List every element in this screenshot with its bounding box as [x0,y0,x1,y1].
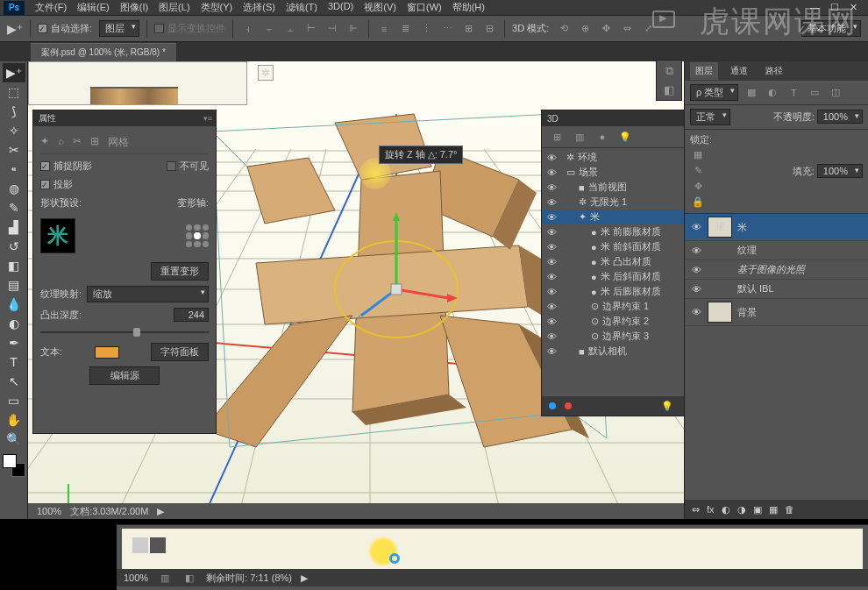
shape-preset-dropdown[interactable]: 米 [40,218,75,253]
layer-mask-icon[interactable]: ◐ [722,504,730,515]
brush-tool[interactable]: ✎ [3,198,25,217]
visibility-eye-icon[interactable]: 👁 [547,346,559,357]
filter-smart-icon[interactable]: ◫ [828,85,843,101]
distr-4-icon[interactable]: ⋯ [439,21,455,37]
group-icon[interactable]: ▣ [753,504,762,515]
visibility-eye-icon[interactable]: 👁 [547,257,559,267]
eraser-tool[interactable]: ◧ [3,256,25,275]
filter-pixel-icon[interactable]: ▩ [743,85,759,101]
distr-3-icon[interactable]: ⋮ [418,21,434,37]
distr-5-icon[interactable]: ⊞ [460,21,476,37]
extrude-depth-slider[interactable] [40,327,209,338]
wand-tool[interactable]: ✧ [3,121,25,140]
menu-type[interactable]: 类型(Y) [197,0,237,16]
visibility-eye-icon[interactable]: 👁 [547,272,559,282]
cap-tab-icon[interactable]: ✂ [73,135,82,150]
align-bottom-icon[interactable]: ⫠ [282,21,298,37]
3d-tree-row[interactable]: 👁■默认相机 [542,344,684,359]
auto-select-checkbox[interactable]: 自动选择: [38,22,92,35]
zoom-tool[interactable]: 🔍 [3,430,25,449]
menu-window[interactable]: 窗口(W) [403,0,445,16]
3d-tree-row[interactable]: 👁●米 凸出材质 [542,254,684,269]
3d-tree-row[interactable]: 👁⊙边界约束 1 [542,299,684,314]
color-swatches[interactable] [3,454,25,477]
texture-map-dropdown[interactable]: 缩放 [87,286,209,302]
3d-tree-row[interactable]: 👁■当前视图 [542,180,684,195]
filter-all-icon[interactable]: ⊞ [549,129,565,145]
canvas-area[interactable]: ✲ 旋转 Z 轴 △: 7.7° 属性 ✦ ⌕ ✂ ⊞ 网格 捕捉阴影 不可见 [28,61,684,519]
gradient-tool[interactable]: ▤ [3,275,25,295]
path-tool[interactable]: ↖ [3,372,25,391]
opacity-input[interactable]: 100% [817,110,863,124]
menu-image[interactable]: 图像(I) [117,0,152,16]
filter-mesh-icon[interactable]: ▥ [572,129,587,145]
menu-filter[interactable]: 滤镜(T) [282,0,321,16]
pan-icon[interactable]: ✥ [598,21,614,37]
timeline-track[interactable] [122,529,863,569]
delete-layer-icon[interactable]: 🗑 [785,504,794,515]
paths-tab[interactable]: 路径 [760,62,788,80]
visibility-eye-icon[interactable]: 👁 [547,212,559,223]
layer-visibility-icon[interactable]: 👁 [690,245,702,256]
lock-pos-icon[interactable]: ✥ [690,178,706,194]
move-tool[interactable]: ▶⁺ [3,63,25,82]
menu-layer[interactable]: 图层(L) [155,0,193,16]
filter-shape-icon[interactable]: ▭ [807,85,822,101]
filter-mat-icon[interactable]: ● [594,129,610,145]
align-top-icon[interactable]: ⫞ [240,21,256,37]
orbit-icon[interactable]: ⟲ [556,21,572,37]
visibility-eye-icon[interactable]: 👁 [547,287,559,297]
crop-tool[interactable]: ✂ [3,140,25,160]
3d-tree-row[interactable]: 👁●米 后膨胀材质 [542,284,684,299]
extrude-depth-input[interactable] [174,308,209,322]
align-vcenter-icon[interactable]: ⫟ [261,21,277,37]
render-icon[interactable] [565,402,572,409]
layers-tab[interactable]: 图层 [690,62,718,80]
filter-adj-icon[interactable]: ◐ [765,85,780,101]
type-tool[interactable]: T [3,352,25,372]
visibility-eye-icon[interactable]: 👁 [547,316,559,327]
3d-tree-row[interactable]: 👁●米 前膨胀材质 [542,224,684,239]
document-tab[interactable]: 案例.psd @ 100% (米, RGB/8) * [31,43,176,61]
menu-view[interactable]: 视图(V) [360,0,400,16]
layer-visibility-icon[interactable]: 👁 [690,222,702,232]
shape-tool[interactable]: ▭ [3,391,25,410]
edit-source-button[interactable]: 编辑源 [89,366,160,385]
layer-fx-icon[interactable]: fx [707,504,715,515]
visibility-eye-icon[interactable]: 👁 [547,242,559,252]
render-quality-icon[interactable] [549,402,556,409]
tl-icon-2[interactable]: ◧ [181,570,197,586]
layer-row[interactable]: 👁默认 IBL [685,280,868,299]
visibility-eye-icon[interactable]: 👁 [547,302,559,312]
filter-light-icon[interactable]: 💡 [617,129,633,145]
slide-icon[interactable]: ⇔ [619,21,635,37]
distr-2-icon[interactable]: ≣ [397,21,413,37]
pen-tool[interactable]: ✒ [3,333,25,352]
blend-mode-dropdown[interactable]: 正常 [690,109,730,125]
visibility-eye-icon[interactable]: 👁 [547,153,559,163]
filter-type-icon[interactable]: T [786,85,801,101]
3d-tree-row[interactable]: 👁⊙边界约束 2 [542,314,684,329]
status-expand-icon[interactable]: ▶ [157,506,164,517]
3d-tree-row[interactable]: 👁✲环境 [542,150,684,165]
lock-pixel-icon[interactable]: ✎ [690,162,706,178]
workspace-dropdown[interactable]: 基本功能 [801,20,861,37]
3d-panel-tab[interactable]: 3D [542,110,684,126]
playhead-marker[interactable] [389,553,400,564]
visibility-eye-icon[interactable]: 👁 [547,167,559,178]
new-light-icon[interactable]: 💡 [659,398,675,414]
keyframe-1[interactable] [132,537,148,553]
3d-tree-row[interactable]: 👁✲无限光 1 [542,195,684,210]
layer-visibility-icon[interactable]: 👁 [690,284,702,295]
timeline-play-icon[interactable]: ▶ [301,572,308,584]
visibility-eye-icon[interactable]: 👁 [547,331,559,342]
align-left-icon[interactable]: ⊢ [303,21,319,37]
link-layers-icon[interactable]: ⇔ [692,504,700,515]
distr-6-icon[interactable]: ⊟ [481,21,497,37]
align-hcenter-icon[interactable]: ⊣ [324,21,340,37]
catch-shadow-checkbox[interactable]: 捕捉阴影 [40,160,92,173]
menu-3d[interactable]: 3D(D) [324,0,357,16]
marquee-tool[interactable]: ⬚ [3,82,25,102]
fg-color-swatch[interactable] [3,454,17,468]
eyedropper-tool[interactable]: ⁌ [3,160,25,179]
